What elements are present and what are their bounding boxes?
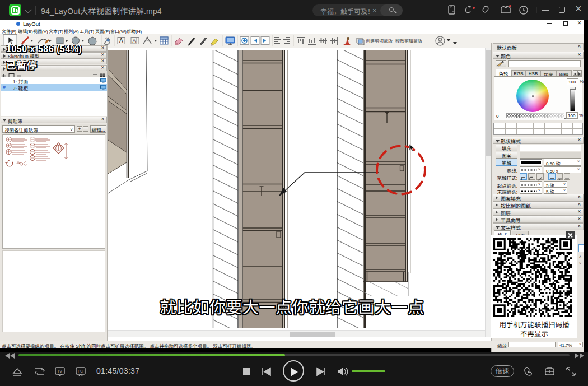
svg-text:A: A bbox=[119, 38, 123, 44]
svg-text:创建剪切蒙版: 创建剪切蒙版 bbox=[366, 38, 393, 44]
svg-text:TV: TV bbox=[57, 369, 62, 373]
svg-text:释放剪辑蒙版: 释放剪辑蒙版 bbox=[395, 38, 422, 44]
svg-text:A: A bbox=[133, 38, 136, 44]
svg-text:PC: PC bbox=[78, 369, 83, 373]
